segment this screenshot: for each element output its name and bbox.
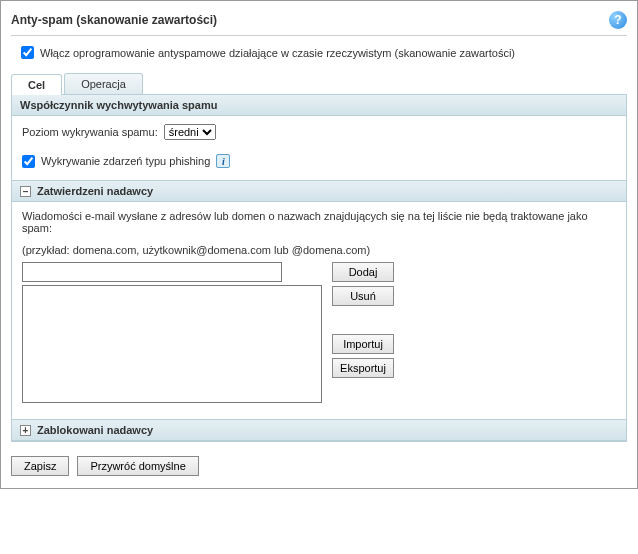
approved-buttons-col: Dodaj Usuń Importuj Eksportuj: [332, 262, 394, 378]
button-gap: [332, 310, 394, 330]
restore-defaults-button[interactable]: Przywróć domyślne: [77, 456, 198, 476]
detection-level-label: Poziom wykrywania spamu:: [22, 126, 158, 138]
detection-level-row: Poziom wykrywania spamu: średni: [22, 124, 616, 140]
page-title: Anty-spam (skanowanie zawartości): [11, 13, 217, 27]
approved-senders-header: – Zatwierdzeni nadawcy: [12, 180, 626, 202]
approved-example: (przykład: domena.com, użytkownik@domena…: [22, 244, 616, 256]
blocked-senders-title: Zablokowani nadawcy: [37, 424, 153, 436]
enable-row: Włącz oprogramowanie antyspamowe działaj…: [21, 46, 627, 59]
add-button[interactable]: Dodaj: [332, 262, 394, 282]
section-gap: [12, 411, 626, 419]
tab-operacja[interactable]: Operacja: [64, 73, 143, 94]
approved-list-area: Dodaj Usuń Importuj Eksportuj: [22, 262, 616, 403]
help-icon[interactable]: ?: [609, 11, 627, 29]
enable-checkbox[interactable]: [21, 46, 34, 59]
import-button[interactable]: Importuj: [332, 334, 394, 354]
export-button[interactable]: Eksportuj: [332, 358, 394, 378]
approved-desc: Wiadomości e-mail wysłane z adresów lub …: [22, 210, 616, 234]
blocked-senders-header: + Zablokowani nadawcy: [12, 419, 626, 441]
save-button[interactable]: Zapisz: [11, 456, 69, 476]
collapse-icon[interactable]: –: [20, 186, 31, 197]
approved-senders-listbox[interactable]: [22, 285, 322, 403]
detection-level-select[interactable]: średni: [164, 124, 216, 140]
phishing-label: Wykrywanie zdarzeń typu phishing: [41, 155, 210, 167]
enable-label: Włącz oprogramowanie antyspamowe działaj…: [40, 47, 515, 59]
phishing-row: Wykrywanie zdarzeń typu phishing i: [22, 154, 616, 168]
phishing-checkbox[interactable]: [22, 155, 35, 168]
page-container: Anty-spam (skanowanie zawartości) ? Włąc…: [0, 0, 638, 489]
info-icon[interactable]: i: [216, 154, 230, 168]
approved-senders-body: Wiadomości e-mail wysłane z adresów lub …: [12, 202, 626, 411]
expand-icon[interactable]: +: [20, 425, 31, 436]
remove-button[interactable]: Usuń: [332, 286, 394, 306]
tabstrip: Cel Operacja: [11, 73, 627, 95]
tab-cel[interactable]: Cel: [11, 74, 62, 95]
catch-rate-body: Poziom wykrywania spamu: średni Wykrywan…: [12, 116, 626, 180]
inputs-col: [22, 262, 322, 403]
catch-rate-header: Współczynnik wychwytywania spamu: [12, 95, 626, 116]
footer-buttons: Zapisz Przywróć domyślne: [11, 456, 627, 476]
tab-content: Współczynnik wychwytywania spamu Poziom …: [11, 95, 627, 442]
header-row: Anty-spam (skanowanie zawartości) ?: [11, 9, 627, 36]
sender-entry-input[interactable]: [22, 262, 282, 282]
approved-senders-title: Zatwierdzeni nadawcy: [37, 185, 153, 197]
